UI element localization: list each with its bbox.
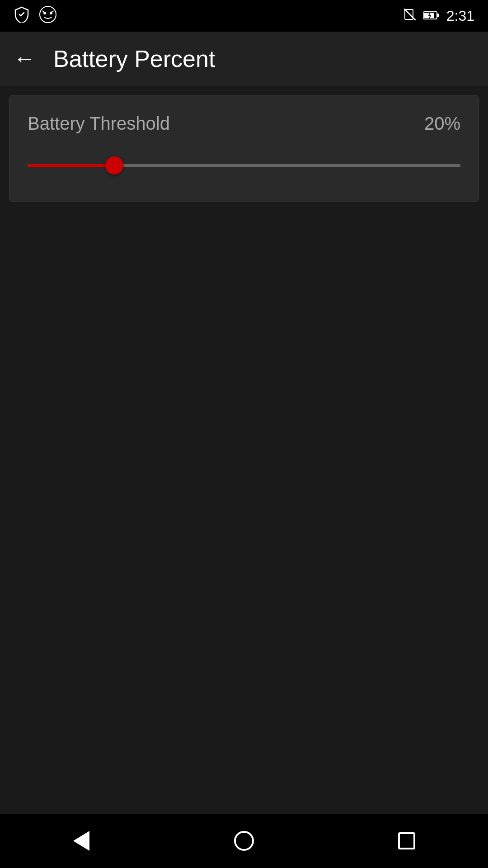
svg-point-0 xyxy=(40,6,56,23)
nav-recent-button[interactable] xyxy=(389,823,425,859)
threshold-value: 20% xyxy=(424,113,460,134)
nav-bar xyxy=(0,814,488,868)
status-bar: 2:31 xyxy=(0,0,488,32)
toolbar: ← Battery Percent xyxy=(0,32,488,86)
svg-line-4 xyxy=(51,11,54,12)
shield-icon xyxy=(14,6,30,26)
nav-back-icon xyxy=(73,831,89,851)
page-title: Battery Percent xyxy=(53,45,215,72)
status-time: 2:31 xyxy=(446,8,474,24)
cyanogenmod-icon xyxy=(39,5,57,27)
status-bar-right: 2:31 xyxy=(403,8,474,24)
nav-recent-icon xyxy=(398,832,415,849)
nav-back-button[interactable] xyxy=(63,823,99,859)
nav-home-icon xyxy=(234,831,254,851)
battery-icon xyxy=(423,9,440,23)
card-header: Battery Threshold 20% xyxy=(28,113,460,134)
threshold-slider-container[interactable] xyxy=(28,156,460,175)
svg-line-3 xyxy=(42,11,45,12)
no-sim-icon xyxy=(403,9,417,24)
threshold-label: Battery Threshold xyxy=(28,113,170,134)
back-button[interactable]: ← xyxy=(14,48,35,70)
svg-rect-8 xyxy=(437,14,439,17)
status-bar-left xyxy=(14,5,57,27)
nav-home-button[interactable] xyxy=(226,823,262,859)
main-content: Battery Threshold 20% xyxy=(0,86,488,814)
back-arrow-icon: ← xyxy=(14,48,35,70)
battery-threshold-card: Battery Threshold 20% xyxy=(9,95,479,202)
svg-line-6 xyxy=(404,9,416,20)
